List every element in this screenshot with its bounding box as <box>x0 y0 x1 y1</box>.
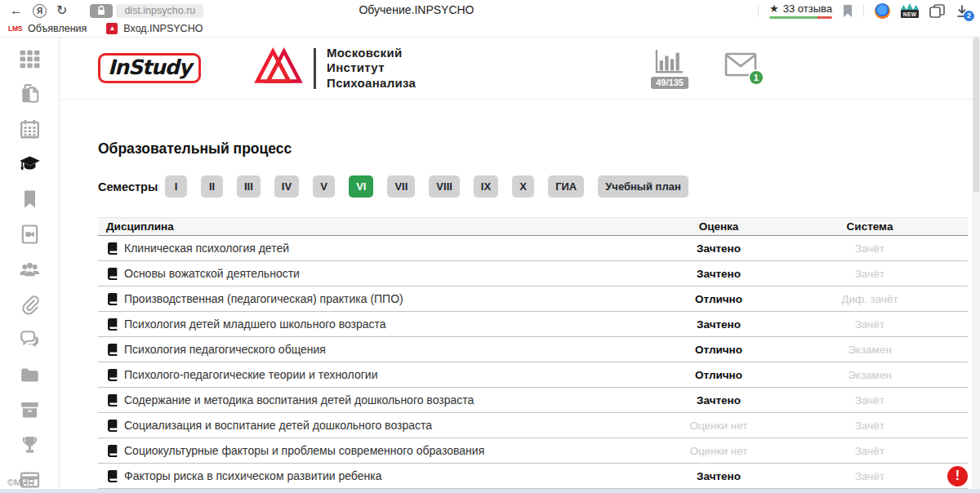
trophy-icon[interactable] <box>19 434 41 455</box>
bookmarks-bar: LMS Объявления ▲ Вход.INPSYCHO <box>0 20 980 38</box>
table-row[interactable]: Основы вожатской деятельности Зачтено За… <box>98 261 968 286</box>
table-row[interactable]: Психолого-педагогические теории и технол… <box>98 362 968 388</box>
system-value: Зачёт <box>796 242 943 255</box>
new-extension-icon[interactable]: NEW <box>901 3 919 18</box>
grade-value: Оценки нет <box>641 445 796 457</box>
back-icon[interactable]: ← <box>10 4 23 17</box>
instudy-logo[interactable]: InStudy <box>98 53 234 83</box>
education-cap-icon[interactable] <box>19 153 41 175</box>
system-value: Зачёт <box>796 268 943 280</box>
discipline-name[interactable]: Психолого-педагогические теории и технол… <box>124 368 377 381</box>
semester-button-I[interactable]: I <box>165 175 187 198</box>
bookmark-announcements[interactable]: LMS Объявления <box>8 23 87 34</box>
main-section: Образовательный процесс Семестры IIIIIII… <box>60 140 980 489</box>
chat-icon[interactable] <box>19 329 41 350</box>
semester-button-X[interactable]: X <box>512 175 534 198</box>
apps-grid-icon[interactable] <box>19 48 41 69</box>
calendar-icon[interactable] <box>19 118 41 140</box>
book-icon <box>106 344 118 356</box>
browser-toolbar: ← Я ↻ dist.inpsycho.ru Обучение.INPSYCHO… <box>0 0 980 20</box>
downloads-icon[interactable]: 2 <box>956 4 969 18</box>
people-icon[interactable] <box>19 259 41 280</box>
book-icon <box>106 420 118 432</box>
attachment-icon[interactable] <box>19 294 41 315</box>
yandex-browser-icon[interactable]: Я <box>33 4 47 18</box>
site-rating[interactable]: ★ 33 отзыва <box>769 2 832 19</box>
content: InStudy Московский Институт Психоанализа… <box>60 38 980 493</box>
reload-icon[interactable]: ↻ <box>56 4 67 17</box>
rating-label: 33 отзыва <box>783 2 832 15</box>
copy-documents-icon[interactable] <box>19 83 41 104</box>
lock-icon[interactable] <box>90 4 113 18</box>
semester-button-IX[interactable]: IX <box>474 175 498 198</box>
book-icon <box>106 268 118 280</box>
table-row[interactable]: Социализация и воспитание детей дошкольн… <box>98 413 968 438</box>
semester-button-III[interactable]: III <box>237 175 261 198</box>
institute-name: Московский Институт Психоанализа <box>327 46 416 91</box>
mail-count-badge: 1 <box>748 69 764 86</box>
column-grade: Оценка <box>641 220 796 233</box>
table-row[interactable]: Факторы риска в психическом развитии реб… <box>98 464 968 489</box>
discipline-name[interactable]: Социокультурные факторы и проблемы совре… <box>124 444 484 457</box>
system-value: Зачёт <box>796 318 943 331</box>
bookmark-flag-icon[interactable] <box>843 5 853 17</box>
folder-icon[interactable] <box>19 364 41 385</box>
extension-graphic <box>901 3 919 10</box>
table-row[interactable]: Психология детей младшего школьного возр… <box>98 312 968 337</box>
book-icon <box>106 293 118 305</box>
semesters-label: Семестры <box>98 180 165 193</box>
table-row[interactable]: Клиническая психология детей Зачтено Зач… <box>98 236 968 261</box>
discipline-name[interactable]: Содержание и методика воспитания детей д… <box>124 393 474 406</box>
semester-button-VIII[interactable]: VIII <box>429 175 460 198</box>
discipline-name[interactable]: Психология педагогического общения <box>124 343 326 356</box>
semester-filter: Семестры IIIIIIIVVVIVIIVIIIIXXГИАУчебный… <box>98 175 968 198</box>
table-row[interactable]: Психология педагогического общения Отлич… <box>98 337 968 362</box>
discipline-name[interactable]: Клиническая психология детей <box>124 242 289 255</box>
semester-button-Учебный план[interactable]: Учебный план <box>598 175 688 198</box>
bookmark-label: Вход.INPSYCHO <box>123 23 203 34</box>
institute-logo-icon[interactable] <box>253 46 304 91</box>
disciplines-table: Дисциплина Оценка Система Клиническая пс… <box>98 217 968 489</box>
system-value: Зачёт <box>796 445 943 457</box>
system-value: Зачёт <box>796 470 943 482</box>
semester-button-ГИА[interactable]: ГИА <box>548 175 584 198</box>
grade-value: Оценки нет <box>641 420 796 432</box>
collections-icon[interactable] <box>929 4 945 18</box>
semester-button-V[interactable]: V <box>313 175 335 198</box>
table-row[interactable]: Производственная (педагогическая) практи… <box>98 286 968 312</box>
url-display[interactable]: dist.inpsycho.ru <box>116 4 203 18</box>
discipline-name[interactable]: Социализация и воспитание детей дошкольн… <box>124 419 432 432</box>
semester-button-VI[interactable]: VI <box>349 175 373 198</box>
progress-chart-icon[interactable]: 49/135 <box>651 48 688 89</box>
archive-icon[interactable] <box>19 399 41 420</box>
grade-value: Зачтено <box>641 394 796 406</box>
book-icon <box>106 445 118 457</box>
instudy-logo-text: InStudy <box>98 53 201 83</box>
book-icon <box>106 394 118 406</box>
progress-badge: 49/135 <box>651 77 688 89</box>
table-row[interactable]: Содержание и методика воспитания детей д… <box>98 388 968 413</box>
video-document-icon[interactable] <box>19 224 41 245</box>
table-row[interactable]: Социокультурные факторы и проблемы совре… <box>98 438 968 464</box>
divider <box>314 48 316 89</box>
scrollbar[interactable] <box>973 38 980 493</box>
scrollbar-thumb[interactable] <box>973 38 979 193</box>
mail-icon[interactable]: 1 <box>724 52 757 80</box>
lms-icon: LMS <box>8 24 22 33</box>
semester-button-II[interactable]: II <box>201 175 223 198</box>
bookmark-icon[interactable] <box>19 189 41 210</box>
grade-value: Зачтено <box>641 268 796 280</box>
bookmark-login[interactable]: ▲ Вход.INPSYCHO <box>106 23 203 34</box>
discipline-name[interactable]: Факторы риска в психическом развитии реб… <box>124 469 381 482</box>
copyright: ©МИП <box>7 477 34 487</box>
downloads-count-badge: 2 <box>964 11 974 21</box>
table-header: Дисциплина Оценка Система <box>98 217 968 236</box>
alert-icon[interactable]: ! <box>947 466 968 486</box>
discipline-name[interactable]: Производственная (педагогическая) практи… <box>124 292 403 305</box>
semester-button-IV[interactable]: IV <box>274 175 299 198</box>
system-value: Диф. зачёт <box>796 293 943 305</box>
browser-profile-icon[interactable] <box>875 3 890 19</box>
discipline-name[interactable]: Основы вожатской деятельности <box>124 267 300 280</box>
semester-button-VII[interactable]: VII <box>387 175 415 198</box>
discipline-name[interactable]: Психология детей младшего школьного возр… <box>124 318 386 331</box>
